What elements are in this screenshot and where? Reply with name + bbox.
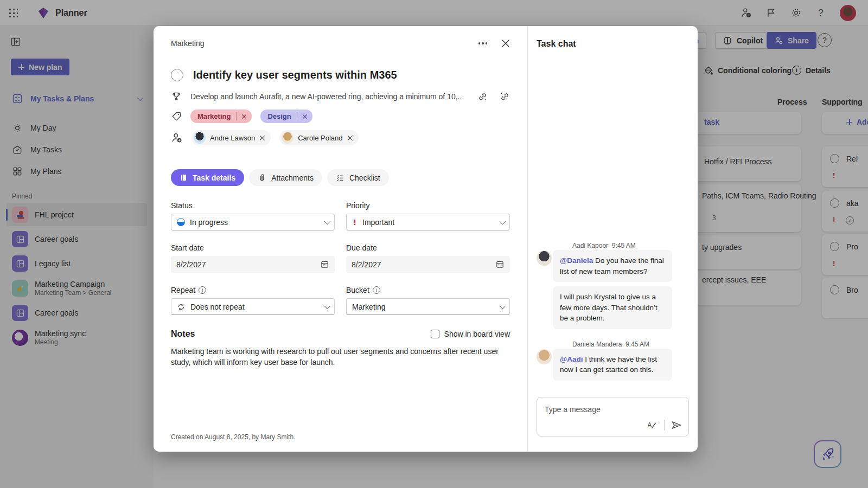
priority-important-icon: ! xyxy=(352,217,358,227)
start-date-label: Start date xyxy=(171,243,335,252)
status-dropdown[interactable]: In progress xyxy=(171,214,335,230)
calendar-icon[interactable] xyxy=(495,260,505,269)
tag-icon xyxy=(171,111,182,122)
chat-message-group: Daniela Mandera 9:45 AM @Aadi I think we… xyxy=(537,339,689,381)
chat-author: Daniela Mandera xyxy=(572,341,622,348)
remove-assignee-button[interactable] xyxy=(347,135,353,141)
info-icon[interactable] xyxy=(199,286,206,294)
due-date-input[interactable]: 8/2/2027 xyxy=(346,256,510,273)
chat-bubble: @Daniela Do you have the final list of n… xyxy=(553,250,672,282)
priority-label: Priority xyxy=(346,201,510,210)
remove-tag-button[interactable] xyxy=(236,112,252,120)
repeat-label: Repeat xyxy=(171,286,195,294)
mention[interactable]: @Aadi xyxy=(560,355,583,363)
close-icon xyxy=(347,135,353,141)
created-info: Created on August 8, 2025, by Mary Smith… xyxy=(171,433,510,441)
bucket-label: Bucket xyxy=(346,286,369,294)
tag-design[interactable]: Design xyxy=(260,110,312,123)
avatar xyxy=(537,251,552,266)
notes-heading: Notes xyxy=(171,329,195,339)
assignee-name: Andre Lawson xyxy=(210,134,255,142)
assign-person-icon[interactable] xyxy=(171,132,183,144)
task-title: Identify key user segments within M365 xyxy=(193,69,397,81)
tag-marketing[interactable]: Marketing xyxy=(190,110,252,123)
tab-label: Attachments xyxy=(271,174,314,182)
task-detail-modal: Marketing Identify key user segments wit… xyxy=(154,26,698,452)
remove-tag-button[interactable] xyxy=(297,112,312,120)
chat-time: 9:45 AM xyxy=(626,341,649,348)
priority-value: Important xyxy=(362,218,394,227)
tab-task-details[interactable]: Task details xyxy=(171,169,244,186)
planner-app: Planner ? xyxy=(0,0,868,488)
show-in-board-label: Show in board view xyxy=(444,330,510,338)
task-complete-circle[interactable] xyxy=(171,69,183,81)
tab-label: Task details xyxy=(193,174,235,182)
tag-label: Design xyxy=(260,112,296,120)
chat-message-group: Aadi Kapoor 9:45 AM @Daniela Do you have… xyxy=(537,240,689,329)
chat-messages: Aadi Kapoor 9:45 AM @Daniela Do you have… xyxy=(537,240,689,381)
close-icon xyxy=(302,114,308,119)
mention[interactable]: @Daniela xyxy=(560,256,593,265)
chat-text: I will push Krystal to give us a few mor… xyxy=(560,293,658,322)
trophy-icon xyxy=(171,91,182,102)
checklist-icon xyxy=(336,174,344,182)
bucket-dropdown[interactable]: Marketing xyxy=(346,298,510,315)
chat-author-line: Aadi Kapoor 9:45 AM xyxy=(572,242,636,249)
priority-dropdown[interactable]: ! Important xyxy=(346,214,510,230)
chat-bubble: I will push Krystal to give us a few mor… xyxy=(553,286,672,329)
goal-link-icon[interactable] xyxy=(477,92,488,102)
notes-text[interactable]: Marketing team is working with research … xyxy=(171,346,501,368)
show-in-board-checkbox[interactable]: Show in board view xyxy=(431,330,510,338)
chat-bubble: @Aadi I think we have the list now I can… xyxy=(553,349,672,381)
task-details-pane: Marketing Identify key user segments wit… xyxy=(154,26,527,452)
chat-message-input[interactable]: Type a message A xyxy=(537,397,689,436)
due-date-label: Due date xyxy=(346,243,510,252)
assignee-pill-carole[interactable]: Carole Poland xyxy=(279,130,358,145)
chat-time: 9:45 AM xyxy=(612,242,636,249)
assignee-pill-andre[interactable]: Andre Lawson xyxy=(192,130,271,145)
tab-checklist[interactable]: Checklist xyxy=(327,169,389,186)
avatar xyxy=(194,132,206,144)
task-chat-title: Task chat xyxy=(537,39,689,49)
close-modal-button[interactable] xyxy=(501,39,510,48)
calendar-icon[interactable] xyxy=(320,260,329,269)
due-date-value: 8/2/2027 xyxy=(352,260,381,269)
in-progress-icon xyxy=(177,218,185,226)
chat-author-line: Daniela Mandera 9:45 AM xyxy=(572,341,649,348)
status-value: In progress xyxy=(190,218,228,227)
chat-input-placeholder: Type a message xyxy=(545,405,601,414)
linked-goal-text[interactable]: Develop and launch Aurafit, a new AI-pow… xyxy=(190,92,462,101)
checkbox[interactable] xyxy=(431,330,439,338)
tab-attachments[interactable]: Attachments xyxy=(249,169,322,186)
notebook-icon xyxy=(180,174,188,182)
remove-assignee-button[interactable] xyxy=(259,135,265,141)
close-icon xyxy=(259,135,265,141)
task-chat-pane: Task chat Aadi Kapoor 9:45 AM @Daniela D… xyxy=(527,26,698,452)
chevron-down-icon xyxy=(500,218,506,224)
info-icon[interactable] xyxy=(373,286,380,294)
status-label: Status xyxy=(171,201,335,210)
tag-label: Marketing xyxy=(190,112,236,120)
avatar xyxy=(537,349,552,364)
tab-label: Checklist xyxy=(349,174,380,182)
chevron-down-icon xyxy=(324,303,330,309)
more-options-button[interactable] xyxy=(476,40,490,47)
avatar xyxy=(282,132,293,144)
modal-plan-name: Marketing xyxy=(171,39,204,48)
repeat-dropdown[interactable]: Does not repeat xyxy=(171,298,335,315)
close-icon xyxy=(241,114,247,119)
svg-text:A: A xyxy=(648,421,652,428)
bucket-value: Marketing xyxy=(352,303,385,311)
chevron-down-icon xyxy=(324,218,330,224)
format-text-icon[interactable]: A xyxy=(647,420,658,431)
paperclip-icon xyxy=(258,174,266,182)
repeat-value: Does not repeat xyxy=(190,303,245,311)
assignee-name: Carole Poland xyxy=(298,134,342,142)
repeat-icon xyxy=(177,303,186,311)
start-date-input[interactable]: 8/2/2027 xyxy=(171,256,335,273)
chevron-down-icon xyxy=(500,303,506,309)
divider xyxy=(664,420,665,431)
start-date-value: 8/2/2027 xyxy=(176,260,206,269)
send-icon[interactable] xyxy=(671,420,682,431)
goal-unlink-icon[interactable] xyxy=(500,92,510,102)
